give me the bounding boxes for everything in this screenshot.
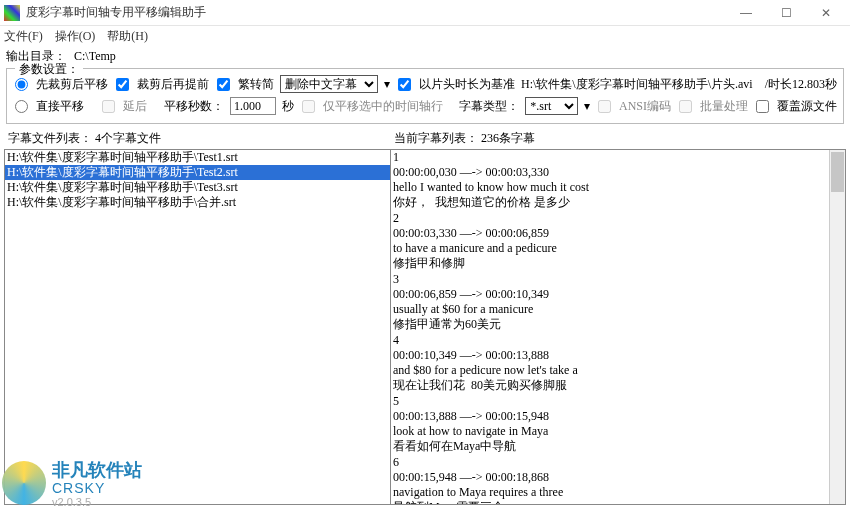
chk-crop-extract[interactable] [116,78,129,91]
label-direct-shift[interactable]: 直接平移 [36,98,84,115]
radio-direct-shift[interactable] [15,100,28,113]
clip-path: H:\软件集\度彩字幕时间轴平移助手\片头.avi [521,76,753,93]
maximize-button[interactable]: ☐ [766,1,806,25]
chk-trad-to-simp[interactable] [217,78,230,91]
label-use-clip-duration[interactable]: 以片头时长为基准 [419,76,515,93]
subtitle-entry[interactable]: 3 00:00:06,859 —-> 00:00:10,349 usually … [393,272,843,332]
subtitle-list-pane[interactable]: 1 00:00:00,030 —-> 00:00:03,330 hello I … [391,150,845,504]
sublist-header: 当前字幕列表： 236条字幕 [394,130,842,147]
watermark-logo-icon [2,461,46,505]
subtitle-entry[interactable]: 2 00:00:03,330 —-> 00:00:06,859 to have … [393,211,843,271]
label-batch: 批量处理 [700,98,748,115]
file-item[interactable]: H:\软件集\度彩字幕时间轴平移助手\Test2.srt [5,165,390,180]
menu-file[interactable]: 文件(F) [4,28,43,45]
label-overwrite[interactable]: 覆盖源文件 [777,98,837,115]
input-shift-seconds[interactable] [230,97,276,115]
output-dir-row: 输出目录： C:\Temp [0,46,850,66]
minimize-button[interactable]: — [726,1,766,25]
file-item[interactable]: H:\软件集\度彩字幕时间轴平移助手\Test1.srt [5,150,390,165]
subtitle-entry[interactable]: 4 00:00:10,349 —-> 00:00:13,888 and $80 … [393,333,843,393]
chk-only-selected [302,100,315,113]
label-ansi: ANSI编码 [619,98,671,115]
chk-use-clip-duration[interactable] [398,78,411,91]
file-item[interactable]: H:\软件集\度彩字幕时间轴平移助手\Test3.srt [5,180,390,195]
watermark-ver: v2.0.3.5 [52,496,142,508]
menubar: 文件(F) 操作(O) 帮助(H) [0,26,850,46]
file-list-pane[interactable]: H:\软件集\度彩字幕时间轴平移助手\Test1.srtH:\软件集\度彩字幕时… [5,150,391,504]
subtitle-entry[interactable]: 6 00:00:15,948 —-> 00:00:18,868 navigati… [393,455,843,504]
dropdown-icon-2: ▾ [584,99,590,114]
menu-help[interactable]: 帮助(H) [107,28,148,45]
file-item[interactable]: H:\软件集\度彩字幕时间轴平移助手\合并.srt [5,195,390,210]
titlebar: 度彩字幕时间轴专用平移编辑助手 — ☐ ✕ [0,0,850,26]
subtitle-entry[interactable]: 1 00:00:00,030 —-> 00:00:03,330 hello I … [393,150,843,210]
params-row-1: 先裁剪后平移 裁剪后再提前 繁转简 删除中文字幕 ▾ 以片头时长为基准 H:\软… [13,73,837,95]
dropdown-icon: ▾ [384,77,390,92]
watermark-en: CRSKY [52,480,142,496]
filelist-header: 字幕文件列表： 4个字幕文件 [8,130,394,147]
label-only-selected: 仅平移选中的时间轴行 [323,98,443,115]
label-trad-to-simp[interactable]: 繁转简 [238,76,274,93]
clip-duration: /时长12.803秒 [765,76,837,93]
app-icon [4,5,20,21]
scrollbar-thumb[interactable] [831,152,844,192]
dd-delete-chinese[interactable]: 删除中文字幕 [280,75,378,93]
label-crop-extract[interactable]: 裁剪后再提前 [137,76,209,93]
label-subtitle-type: 字幕类型： [459,98,519,115]
params-groupbox: 参数设置： 先裁剪后平移 裁剪后再提前 繁转简 删除中文字幕 ▾ 以片头时长为基… [6,68,844,124]
menu-action[interactable]: 操作(O) [55,28,96,45]
chk-batch [679,100,692,113]
window-title: 度彩字幕时间轴专用平移编辑助手 [26,4,726,21]
label-shift-seconds: 平移秒数： [164,98,224,115]
label-crop-then-shift[interactable]: 先裁剪后平移 [36,76,108,93]
scrollbar[interactable] [829,150,845,504]
main-lists: H:\软件集\度彩字幕时间轴平移助手\Test1.srtH:\软件集\度彩字幕时… [4,149,846,505]
params-legend: 参数设置： [15,61,83,78]
radio-crop-then-shift[interactable] [15,78,28,91]
watermark-cn: 非凡软件站 [52,458,142,482]
dd-subtitle-type[interactable]: *.srt [525,97,578,115]
subtitle-entry[interactable]: 5 00:00:13,888 —-> 00:00:15,948 look at … [393,394,843,454]
chk-overwrite[interactable] [756,100,769,113]
label-seconds-unit: 秒 [282,98,294,115]
close-button[interactable]: ✕ [806,1,846,25]
chk-delay [102,100,115,113]
params-row-2: 直接平移 延后 平移秒数： 秒 仅平移选中的时间轴行 字幕类型： *.srt ▾… [13,95,837,117]
label-delay: 延后 [123,98,147,115]
list-headers: 字幕文件列表： 4个字幕文件 当前字幕列表： 236条字幕 [0,126,850,149]
chk-ansi [598,100,611,113]
watermark: 非凡软件站 CRSKY v2.0.3.5 [2,458,142,508]
